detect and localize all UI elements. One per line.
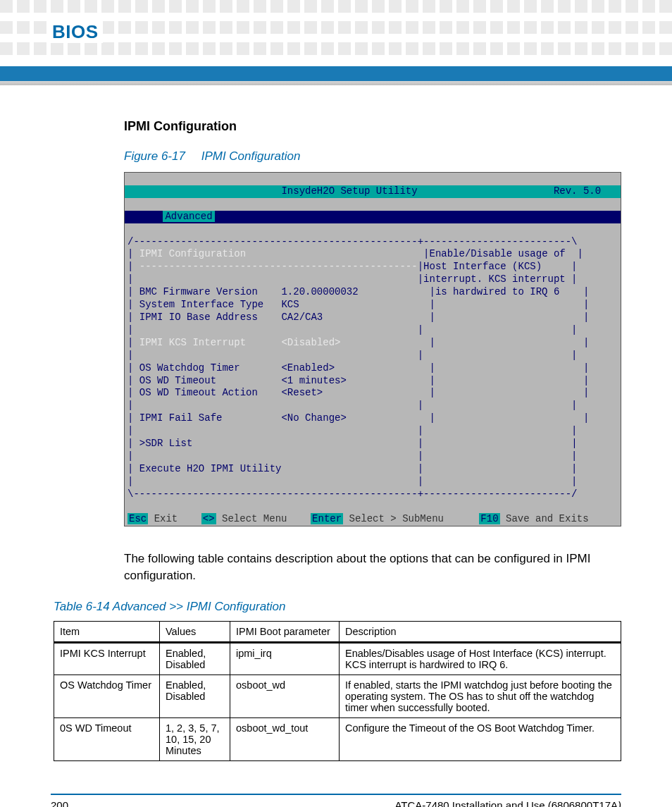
figure-number: Figure 6-17 bbox=[124, 149, 185, 163]
table-cell: Enabled, Disabled bbox=[160, 642, 230, 674]
table-cell: Enables/Disables usage of Host Interface… bbox=[340, 642, 621, 674]
body-paragraph: The following table contains description… bbox=[124, 550, 621, 584]
table-header: Item bbox=[54, 621, 160, 642]
table-row: OS Watchdog TimerEnabled, Disabledosboot… bbox=[54, 674, 621, 717]
table-header: IPMI Boot parameter bbox=[230, 621, 340, 642]
table-cell: OS Watchdog Timer bbox=[54, 674, 160, 717]
table-caption: Table 6-14 Advanced >> IPMI Configuratio… bbox=[54, 600, 621, 614]
dotted-header-background: for (let r=0; r<4; r++){ document.write(… bbox=[0, 0, 672, 63]
table-header: Description bbox=[340, 621, 621, 642]
blue-divider-bar bbox=[0, 66, 672, 82]
table-cell: If enabled, starts the IPMI watchdog jus… bbox=[340, 674, 621, 717]
table-cell: osboot_wd_tout bbox=[230, 717, 340, 760]
table-cell: 0S WD Timeout bbox=[54, 717, 160, 760]
chapter-title: BIOS bbox=[48, 21, 103, 43]
section-heading: IPMI Configuration bbox=[124, 119, 621, 134]
table-cell: 1, 2, 3, 5, 7, 10, 15, 20 Minutes bbox=[160, 717, 230, 760]
table-cell: ipmi_irq bbox=[230, 642, 340, 674]
table-cell: Configure the Timeout of the OS Boot Wat… bbox=[340, 717, 621, 760]
figure-title: IPMI Configuration bbox=[201, 149, 301, 163]
table-row: IPMI KCS InterruptEnabled, Disabledipmi_… bbox=[54, 642, 621, 674]
table-cell: IPMI KCS Interrupt bbox=[54, 642, 160, 674]
figure-caption: Figure 6-17 IPMI Configuration bbox=[124, 149, 621, 164]
page-footer: 200 ATCA-7480 Installation and Use (6806… bbox=[51, 794, 621, 807]
table-header: Values bbox=[160, 621, 230, 642]
doc-title: ATCA-7480 Installation and Use (6806800T… bbox=[394, 799, 618, 807]
table-row: 0S WD Timeout1, 2, 3, 5, 7, 10, 15, 20 M… bbox=[54, 717, 621, 760]
table-cell: Enabled, Disabled bbox=[160, 674, 230, 717]
page-number: 200 bbox=[51, 799, 68, 807]
bios-screenshot: InsydeH2O Setup Utility Rev. 5.0 Advance… bbox=[124, 172, 621, 526]
table-cell: osboot_wd bbox=[230, 674, 340, 717]
ipmi-config-table: Item Values IPMI Boot parameter Descript… bbox=[54, 621, 621, 761]
